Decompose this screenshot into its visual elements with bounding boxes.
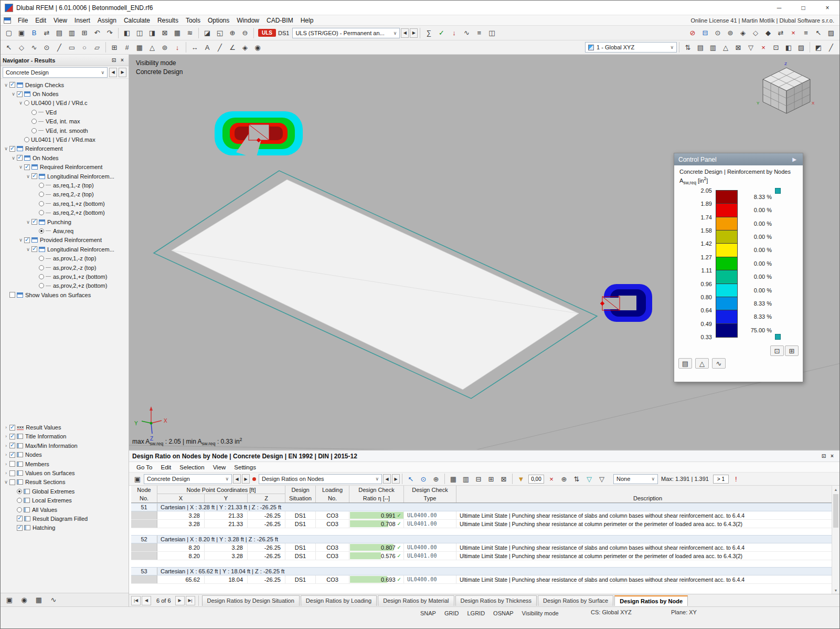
menu-item[interactable]: Calculate bbox=[120, 16, 154, 25]
table-view-button[interactable]: ▦ bbox=[447, 473, 460, 485]
menu-item[interactable]: Tools bbox=[182, 16, 204, 25]
tree-item-control[interactable] bbox=[39, 192, 44, 197]
table-export-button[interactable]: ⊠ bbox=[158, 27, 171, 39]
table-row[interactable]: 65.62 18.04 -26.25 DS1 CO3 0.693✓ UL0400… bbox=[131, 575, 839, 584]
table-row[interactable]: 3.28 21.33 -26.25 DS1 CO3 0.991✓ UL0400.… bbox=[131, 511, 839, 520]
tree-item[interactable]: › Max/Min Information bbox=[1, 441, 129, 450]
tree-item-control[interactable] bbox=[31, 219, 37, 225]
panel-pages-button[interactable]: ⊞ bbox=[785, 345, 799, 356]
scale-max-handle[interactable] bbox=[775, 188, 781, 194]
filter-plain-button[interactable]: ▽ bbox=[596, 473, 608, 485]
tree-item-control[interactable] bbox=[9, 479, 15, 485]
table-scrollbar[interactable]: ▲ ▼ bbox=[832, 486, 839, 594]
tree-item[interactable]: ∨ Longitudinal Reinforcem... bbox=[1, 172, 129, 181]
stop-button[interactable]: ⊘ bbox=[686, 27, 699, 39]
mirror-view-button[interactable]: ⇄ bbox=[774, 27, 787, 39]
filter-teal-button[interactable]: ▽ bbox=[583, 473, 596, 485]
tree-item[interactable]: Result Diagram Filled bbox=[1, 514, 129, 523]
tree-item[interactable]: ∨ UL0400 | VEd / VRd.c bbox=[1, 99, 129, 108]
greater-than-filter[interactable]: > 1 bbox=[713, 475, 729, 484]
tree-item-control[interactable] bbox=[9, 470, 15, 476]
zoom-in-button[interactable]: ⊕ bbox=[226, 27, 239, 39]
select-special-button[interactable]: ◇ bbox=[15, 41, 28, 53]
expander-icon[interactable]: ∨ bbox=[25, 247, 31, 252]
expander-icon[interactable]: ∨ bbox=[25, 219, 31, 225]
critical-filter-button[interactable]: ! bbox=[730, 473, 742, 485]
find-values-button[interactable]: ⊕ bbox=[430, 473, 442, 485]
generate-button[interactable]: ⊞ bbox=[108, 41, 121, 53]
table-type-prev-button[interactable]: ◀ bbox=[383, 474, 391, 484]
check-model-button[interactable]: ✓ bbox=[435, 27, 448, 39]
open-file-button[interactable]: ▣ bbox=[15, 27, 28, 39]
scale-color-swatch[interactable] bbox=[716, 324, 737, 337]
display-settings-button[interactable]: ≡ bbox=[800, 27, 812, 39]
tree-item-control[interactable] bbox=[9, 292, 15, 298]
node-group-row[interactable]: 53 Cartesian | X : 65.62 ft | Y : 18.04 … bbox=[131, 567, 839, 575]
tree-item-control[interactable] bbox=[9, 443, 15, 448]
table-row[interactable]: 8.20 3.28 -26.25 DS1 CO3 0.576✓ UL0401.0… bbox=[131, 552, 839, 560]
highlight-filter-select[interactable]: None ∨ bbox=[613, 474, 658, 484]
filter-view-button[interactable]: ▽ bbox=[745, 41, 757, 53]
status-toggle[interactable]: Visibility mode bbox=[522, 610, 559, 616]
filter-value-input[interactable]: 0,00 bbox=[528, 475, 544, 484]
save-button[interactable]: ▤ bbox=[53, 27, 66, 39]
insert-rectangle-button[interactable]: ▭ bbox=[66, 41, 78, 53]
sort-button[interactable]: ⇅ bbox=[570, 473, 583, 485]
camera-views-button[interactable]: ▦ bbox=[32, 594, 46, 606]
tree-item-control[interactable] bbox=[9, 425, 15, 431]
insert-line-button[interactable]: ╱ bbox=[53, 41, 66, 53]
color-scale-edit-button[interactable]: ▤ bbox=[678, 358, 692, 369]
expander-icon[interactable]: ∨ bbox=[10, 91, 17, 97]
new-model-button[interactable]: ▢ bbox=[3, 27, 15, 39]
undo-button[interactable]: ↶ bbox=[91, 27, 103, 39]
tree-item-control[interactable] bbox=[39, 283, 44, 288]
zoom-window-button[interactable]: ◱ bbox=[214, 27, 226, 39]
next-combination-button[interactable]: ▶ bbox=[410, 28, 418, 38]
select-arrow-button[interactable]: ↖ bbox=[3, 41, 15, 53]
half-view-button[interactable]: ◧ bbox=[782, 41, 795, 53]
scale-color-swatch[interactable] bbox=[716, 297, 737, 310]
table-type-select[interactable]: Design Ratios on Nodes ∨ bbox=[259, 474, 382, 484]
tree-item[interactable]: as,prov,2,+z (bottom) bbox=[1, 281, 129, 290]
tree-item[interactable]: VEd bbox=[1, 108, 129, 117]
shade-button[interactable]: ▨ bbox=[795, 41, 807, 53]
select-in-graphic-button[interactable]: ↖ bbox=[405, 473, 417, 485]
table-tab[interactable]: Design Ratios by Material bbox=[378, 595, 454, 606]
edit-pen-button[interactable]: ╱ bbox=[825, 41, 837, 53]
table-menu-item[interactable]: Selection bbox=[175, 464, 208, 471]
previous-view-button[interactable]: ↖ bbox=[812, 27, 825, 39]
fit-view-button[interactable]: ⊙ bbox=[711, 27, 724, 39]
goto-button[interactable]: ▣ bbox=[131, 473, 144, 485]
mesh-button[interactable]: # bbox=[121, 41, 133, 53]
tree-item-control[interactable] bbox=[9, 461, 15, 467]
diagram-options-button[interactable]: ∿ bbox=[712, 358, 726, 369]
result-diagram-button[interactable]: ∿ bbox=[47, 594, 60, 606]
tree-item-control[interactable] bbox=[9, 434, 15, 439]
status-toggle[interactable]: LGRID bbox=[467, 610, 485, 616]
expander-icon[interactable]: › bbox=[3, 434, 9, 439]
close-icon[interactable]: × bbox=[828, 452, 836, 460]
support-button[interactable]: △ bbox=[146, 41, 158, 53]
node-group-row[interactable]: 51 Cartesian | X : 3.28 ft | Y : 21.33 f… bbox=[131, 503, 839, 511]
insert-surface-button[interactable]: ▱ bbox=[91, 41, 103, 53]
menu-item[interactable]: CAD-BIM bbox=[263, 16, 297, 25]
tree-item[interactable]: ∨ Required Reinforcement bbox=[1, 163, 129, 172]
bim-link-button[interactable]: B bbox=[28, 27, 40, 39]
table-row[interactable]: 3.28 21.33 -26.25 DS1 CO3 0.708✓ UL0401.… bbox=[131, 520, 839, 528]
cancel-mode-button[interactable]: × bbox=[787, 27, 800, 39]
previous-table-button[interactable]: ◀ bbox=[142, 596, 151, 605]
tree-item-control[interactable] bbox=[39, 210, 44, 215]
first-table-button[interactable]: |◀ bbox=[131, 596, 141, 605]
table-dock-left-button[interactable]: ◧ bbox=[121, 27, 133, 39]
tree-item-control[interactable] bbox=[9, 82, 15, 88]
tree-item[interactable]: as,req,1,+z (bottom) bbox=[1, 199, 129, 208]
tree-item[interactable]: as,prov,1,-z (top) bbox=[1, 254, 129, 263]
filter-values-button[interactable]: ▼ bbox=[515, 473, 527, 485]
scale-color-swatch[interactable] bbox=[716, 191, 737, 204]
menu-item[interactable]: Edit bbox=[31, 16, 50, 25]
scale-color-swatch[interactable] bbox=[716, 270, 737, 284]
pin-icon[interactable]: ⊡ bbox=[110, 56, 118, 65]
expander-icon[interactable]: ∨ bbox=[10, 155, 17, 161]
calendar-view-button[interactable]: ▥ bbox=[460, 473, 472, 485]
scale-color-swatch[interactable] bbox=[716, 230, 737, 244]
